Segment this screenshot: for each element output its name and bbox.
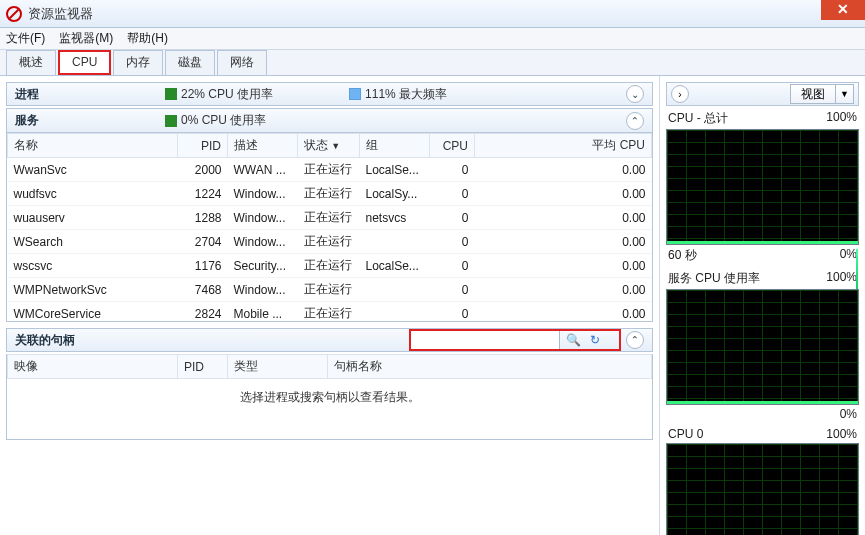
col-cpu[interactable]: CPU xyxy=(430,134,475,158)
hcol-handle-name[interactable]: 句柄名称 xyxy=(328,355,652,379)
table-row[interactable]: wudfsvc1224Window...正在运行LocalSy...00.00 xyxy=(8,182,652,206)
graph-bottom-right: 0% xyxy=(840,407,857,421)
services-table: 名称 PID 描述 状态 ▼ 组 CPU 平均 CPU WwanSvc2000W… xyxy=(7,133,652,319)
close-button[interactable]: ✕ xyxy=(821,0,865,20)
menu-monitor[interactable]: 监视器(M) xyxy=(59,30,113,47)
table-row[interactable]: wuauserv1288Window...正在运行netsvcs00.00 xyxy=(8,206,652,230)
graph-canvas xyxy=(666,443,859,535)
handles-placeholder: 选择进程或搜索句柄以查看结果。 xyxy=(7,379,652,406)
col-status[interactable]: 状态 ▼ xyxy=(298,134,360,158)
handles-search-input[interactable] xyxy=(410,330,560,350)
graph-box: CPU 0100% xyxy=(666,427,859,535)
handles-search-wrap: 🔍 ↻ xyxy=(410,330,620,350)
handles-collapse-icon[interactable]: ⌄ xyxy=(626,331,644,349)
process-expand-icon[interactable]: ⌄ xyxy=(626,85,644,103)
tab-network[interactable]: 网络 xyxy=(217,50,267,75)
view-button[interactable]: 视图 xyxy=(790,84,836,104)
hcol-pid[interactable]: PID xyxy=(178,355,228,379)
process-title: 进程 xyxy=(15,86,165,103)
process-section-bar[interactable]: 进程 22% CPU 使用率 111% 最大频率 ⌄ xyxy=(6,82,653,106)
graph-canvas xyxy=(666,289,859,405)
menu-help[interactable]: 帮助(H) xyxy=(127,30,168,47)
right-pane-toolbar: › 视图 ▼ xyxy=(666,82,859,106)
hcol-type[interactable]: 类型 xyxy=(228,355,328,379)
tab-cpu[interactable]: CPU xyxy=(58,50,111,75)
right-pane: › 视图 ▼ CPU - 总计100% 60 秒0% 服务 CPU 使用率100… xyxy=(660,76,865,535)
handles-content: 映像 PID 类型 句柄名称 选择进程或搜索句柄以查看结果。 xyxy=(6,354,653,440)
tab-overview[interactable]: 概述 xyxy=(6,50,56,75)
title-bar: 资源监视器 ✕ xyxy=(0,0,865,28)
view-dropdown-icon[interactable]: ▼ xyxy=(836,84,854,104)
table-row[interactable]: WwanSvc2000WWAN ...正在运行LocalSe...00.00 xyxy=(8,158,652,182)
services-title: 服务 xyxy=(15,112,165,129)
services-section: 服务 0% CPU 使用率 ⌄ 名称 PID 描述 状态 ▼ 组 CPU 平均 … xyxy=(6,108,653,322)
nav-right-icon[interactable]: › xyxy=(671,85,689,103)
app-icon xyxy=(6,6,22,22)
col-pid[interactable]: PID xyxy=(178,134,228,158)
graph-bottom-left: 60 秒 xyxy=(668,247,697,264)
graph-box: 服务 CPU 使用率100% 0% xyxy=(666,270,859,421)
graph-title: CPU 0 xyxy=(668,427,703,441)
graph-box: CPU - 总计100% 60 秒0% xyxy=(666,110,859,264)
graph-title: 服务 CPU 使用率 xyxy=(668,270,760,287)
table-row[interactable]: WMPNetworkSvc7468Window...正在运行00.00 xyxy=(8,278,652,302)
max-freq-swatch-icon xyxy=(349,88,361,100)
process-cpu-usage: 22% CPU 使用率 xyxy=(165,86,273,103)
graph-top-label: 100% xyxy=(826,270,857,287)
services-cpu-usage: 0% CPU 使用率 xyxy=(165,112,266,129)
graph-top-label: 100% xyxy=(826,427,857,441)
graph-top-label: 100% xyxy=(826,110,857,127)
hcol-image[interactable]: 映像 xyxy=(8,355,178,379)
graph-bottom-right: 0% xyxy=(840,247,857,264)
window-title: 资源监视器 xyxy=(28,5,93,23)
graph-canvas xyxy=(666,129,859,245)
col-avgcpu[interactable]: 平均 CPU xyxy=(475,134,652,158)
handles-section-bar[interactable]: 关联的句柄 🔍 ↻ ⌄ xyxy=(6,328,653,352)
tab-memory[interactable]: 内存 xyxy=(113,50,163,75)
col-group[interactable]: 组 xyxy=(360,134,430,158)
col-desc[interactable]: 描述 xyxy=(228,134,298,158)
services-collapse-icon[interactable]: ⌄ xyxy=(626,112,644,130)
handles-title: 关联的句柄 xyxy=(15,332,165,349)
search-icon[interactable]: 🔍 xyxy=(564,331,582,349)
svc-cpu-swatch-icon xyxy=(165,115,177,127)
table-row[interactable]: WSearch2704Window...正在运行00.00 xyxy=(8,230,652,254)
menu-file[interactable]: 文件(F) xyxy=(6,30,45,47)
cpu-usage-swatch-icon xyxy=(165,88,177,100)
menu-bar: 文件(F) 监视器(M) 帮助(H) xyxy=(0,28,865,50)
tab-disk[interactable]: 磁盘 xyxy=(165,50,215,75)
tab-row: 概述 CPU 内存 磁盘 网络 xyxy=(0,50,865,76)
graph-title: CPU - 总计 xyxy=(668,110,728,127)
left-pane: 进程 22% CPU 使用率 111% 最大频率 ⌄ 服务 0% CPU 使用率… xyxy=(0,76,660,535)
table-row[interactable]: WMCoreService2824Mobile ...正在运行00.00 xyxy=(8,302,652,320)
col-name[interactable]: 名称 xyxy=(8,134,178,158)
table-row[interactable]: wscsvc1176Security...正在运行LocalSe...00.00 xyxy=(8,254,652,278)
refresh-icon[interactable]: ↻ xyxy=(586,331,604,349)
process-max-freq: 111% 最大频率 xyxy=(349,86,447,103)
services-section-bar[interactable]: 服务 0% CPU 使用率 ⌄ xyxy=(7,109,652,133)
